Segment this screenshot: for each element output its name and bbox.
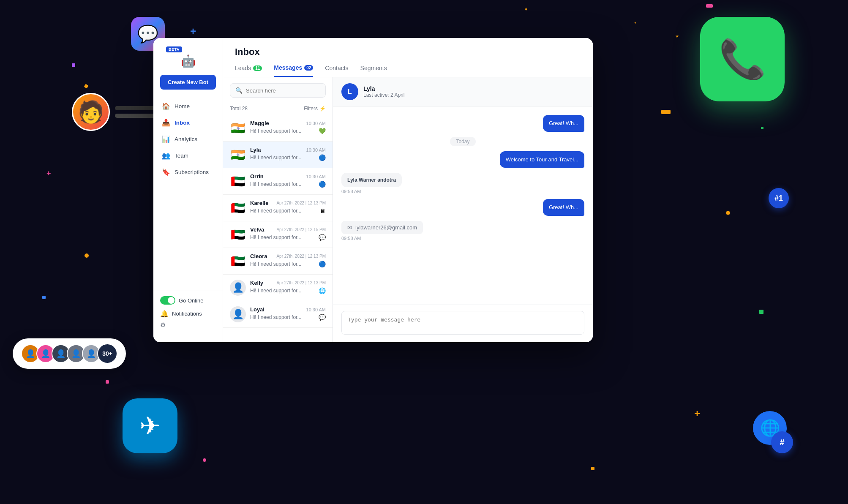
message-item-lyla[interactable]: 🇮🇳 Lyla 10:30 AM Hi! I need support for.…: [223, 142, 333, 168]
message-item-loyal[interactable]: 👤 Loyal 10:30 AM Hi! I need support for.…: [223, 301, 333, 328]
msg-preview-lyla: Hi! I need support for...: [250, 155, 301, 161]
deco-circle-2: [203, 458, 206, 462]
app-container: BETA 🤖 Create New Bot 🏠 Home 📥 Inbox 📊 A…: [153, 38, 593, 342]
msg-info-loyal: Loyal 10:30 AM Hi! I need support for...…: [250, 306, 326, 321]
chat-user-status: Last active: 2 April: [363, 92, 404, 98]
profile-line-2: [115, 114, 157, 118]
chat-user-avatar: L: [341, 83, 358, 100]
deco-rect-1: [661, 110, 671, 114]
message-item-velva[interactable]: 🇦🇪 Velva Apr 27th, 2022 | 12:15 PM Hi! I…: [223, 221, 333, 248]
sidebar-item-team-label: Team: [175, 153, 188, 159]
filter-label: Filters: [304, 106, 318, 112]
sidebar-item-team[interactable]: 👥 Team: [153, 147, 223, 164]
msg-platform-maggie: 💚: [319, 128, 326, 134]
msg-name-cleora: Cleora: [250, 253, 267, 259]
team-avatars-group: 👤 👤 👤 👤 👤 30+: [21, 343, 117, 364]
msg-time-lyla: 10:30 AM: [306, 147, 326, 153]
floating-telegram-icon: ✈: [123, 398, 177, 453]
tab-messages[interactable]: Messages 02: [274, 64, 313, 77]
received-time-1: 09:58 AM: [341, 189, 402, 194]
deco-sq-1: [759, 310, 763, 314]
msg-preview-karelle: Hi! I need support for...: [250, 208, 301, 214]
msg-preview-velva: Hi! I need support for...: [250, 234, 301, 240]
search-box: 🔍: [223, 77, 333, 102]
email-address: lylawarner26@gmail.com: [355, 224, 417, 231]
settings-icon[interactable]: ⚙: [160, 321, 166, 329]
msg-time-kelly: Apr 27th, 2022 | 12:13 PM: [276, 281, 326, 285]
msg-top-lyla: Lyla 10:30 AM: [250, 147, 326, 153]
message-item-kelly[interactable]: 👤 Kelly Apr 27th, 2022 | 12:13 PM Hi! I …: [223, 275, 333, 301]
msg-info-orrin: Orrin 10:30 AM Hi! I need support for...…: [250, 173, 326, 188]
msg-time-orrin: 10:30 AM: [306, 174, 326, 179]
email-icon: ✉: [347, 224, 352, 231]
message-item-orrin[interactable]: 🇦🇪 Orrin 10:30 AM Hi! I need support for…: [223, 168, 333, 195]
msg-info-lyla: Lyla 10:30 AM Hi! I need support for... …: [250, 147, 326, 161]
chat-area: L Lyla Last active: 2 April Great! Wh...…: [333, 77, 593, 342]
go-online-label: Go Online: [179, 297, 204, 304]
inbox-icon: 📥: [162, 119, 170, 127]
msg-name-loyal: Loyal: [250, 306, 264, 313]
hashtag-badge-1: #1: [769, 188, 789, 208]
team-count-badge: 30+: [97, 343, 117, 364]
deco-star-2: ✦: [634, 21, 637, 25]
filter-button[interactable]: Filters ⚡: [304, 106, 326, 112]
beta-badge: BETA: [166, 46, 182, 52]
email-time: 09:58 AM: [341, 236, 361, 241]
msg-info-maggie: Maggie 10:30 AM Hi! I need support for..…: [250, 120, 326, 134]
message-item-maggie[interactable]: 🇮🇳 Maggie 10:30 AM Hi! I need support fo…: [223, 115, 333, 142]
msg-avatar-cleora: 🇦🇪: [230, 253, 246, 269]
create-new-bot-button[interactable]: Create New Bot: [160, 75, 216, 90]
msg-top-kelly: Kelly Apr 27th, 2022 | 12:13 PM: [250, 280, 326, 286]
search-input[interactable]: [246, 87, 320, 94]
msg-info-kelly: Kelly Apr 27th, 2022 | 12:13 PM Hi! I ne…: [250, 280, 326, 294]
msg-time-cleora: Apr 27th, 2022 | 12:13 PM: [276, 254, 326, 259]
msg-avatar-lyla: 🇮🇳: [230, 147, 246, 163]
confetti-1: [84, 84, 89, 89]
msg-top-maggie: Maggie 10:30 AM: [250, 120, 326, 126]
subscriptions-icon: 🔖: [162, 168, 170, 176]
sidebar-item-inbox[interactable]: 📥 Inbox: [153, 114, 223, 131]
confetti-3: [106, 380, 109, 384]
inbox-title: Inbox: [235, 46, 581, 57]
tab-contacts[interactable]: Contacts: [325, 64, 348, 77]
sidebar-item-analytics[interactable]: 📊 Analytics: [153, 131, 223, 147]
received-text-card: Lyla Warner andotra: [341, 173, 402, 187]
chat-header: L Lyla Last active: 2 April: [333, 77, 593, 106]
msg-bottom-maggie: Hi! I need support for... 💚: [250, 128, 326, 134]
sidebar-nav: 🏠 Home 📥 Inbox 📊 Analytics 👥 Team 🔖 Subs…: [153, 98, 223, 291]
sent-msg-3: Great! Wh...: [341, 199, 584, 216]
msg-top-cleora: Cleora Apr 27th, 2022 | 12:13 PM: [250, 253, 326, 259]
sidebar-item-home[interactable]: 🏠 Home: [153, 98, 223, 114]
sidebar-item-home-label: Home: [175, 103, 190, 109]
tab-segments[interactable]: Segments: [360, 64, 387, 77]
deco-star-3: ★: [675, 34, 679, 38]
msg-preview-cleora: Hi! I need support for...: [250, 261, 301, 267]
msg-platform-karelle: 🖥: [320, 207, 326, 214]
main-content: Inbox Leads 11 Messages 02 Contacts Segm…: [223, 38, 593, 342]
msg-preview-kelly: Hi! I need support for...: [250, 288, 301, 294]
chat-message-input[interactable]: [341, 311, 584, 335]
go-online-toggle[interactable]: [160, 296, 175, 305]
floating-whatsapp-icon: 📞: [700, 17, 785, 101]
content-split: 🔍 Total 28 Filters ⚡ 🇮🇳: [223, 77, 593, 342]
message-item-karelle[interactable]: 🇦🇪 Karelle Apr 27th, 2022 | 12:13 PM Hi!…: [223, 195, 333, 221]
hashtag-badge-2: #: [771, 431, 793, 453]
received-block-lyla: Lyla Warner andotra 09:58 AM: [341, 173, 402, 194]
tab-leads[interactable]: Leads 11: [235, 64, 262, 77]
notifications-label: Notifications: [172, 311, 202, 317]
tab-leads-badge: 11: [253, 65, 262, 71]
msg-bottom-loyal: Hi! I need support for... 💬: [250, 314, 326, 321]
msg-avatar-orrin: 🇦🇪: [230, 173, 246, 189]
msg-name-maggie: Maggie: [250, 120, 269, 126]
sidebar-bottom: Go Online 🔔 Notifications ⚙: [153, 291, 223, 334]
deco-rect-2: [706, 4, 713, 8]
inbox-tabs: Leads 11 Messages 02 Contacts Segments: [235, 64, 581, 77]
sidebar-item-subscriptions[interactable]: 🔖 Subscriptions: [153, 164, 223, 180]
email-card: ✉ lylawarner26@gmail.com: [341, 221, 423, 234]
msg-name-velva: Velva: [250, 226, 264, 233]
bot-logo: 🤖: [153, 54, 223, 68]
message-item-cleora[interactable]: 🇦🇪 Cleora Apr 27th, 2022 | 12:13 PM Hi! …: [223, 248, 333, 275]
tab-messages-badge: 02: [304, 65, 313, 71]
msg-platform-lyla: 🔵: [319, 154, 326, 161]
msg-bottom-velva: Hi! I need support for... 💬: [250, 234, 326, 241]
